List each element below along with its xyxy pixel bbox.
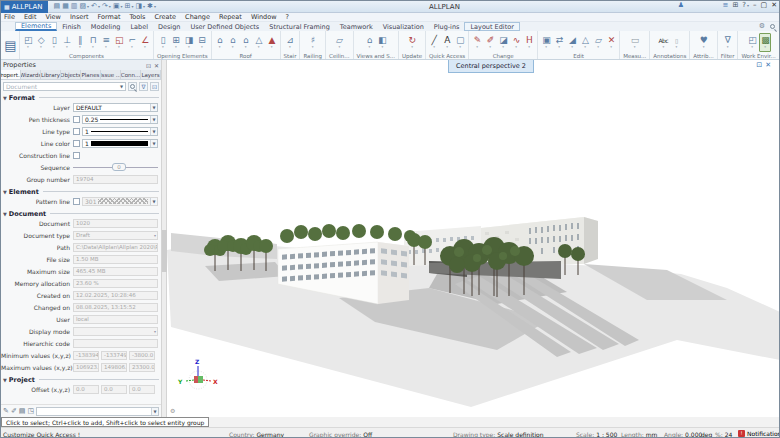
pen-thickness-checkbox[interactable] xyxy=(73,116,80,123)
undo-icon[interactable]: ↶ xyxy=(91,3,100,10)
line-type-checkbox[interactable] xyxy=(73,128,80,135)
edit-document-icon[interactable]: ◪ xyxy=(497,33,509,52)
menu-item[interactable]: View xyxy=(45,13,60,21)
plan-layout-icon[interactable]: ◰ xyxy=(746,33,758,52)
delete-icon[interactable]: ✕ xyxy=(605,33,617,52)
ribbon-tab[interactable]: Modeling xyxy=(86,22,126,31)
pin-icon[interactable]: ⊡ xyxy=(146,62,151,69)
label-icon[interactable]: ▯ xyxy=(670,33,682,52)
min-y-field[interactable]: -133749. xyxy=(101,351,127,360)
panel-tab[interactable]: Library xyxy=(41,70,61,79)
line-color-checkbox[interactable] xyxy=(73,140,80,147)
max-z-field[interactable]: 23300.0 xyxy=(129,363,155,372)
drawing-type-value[interactable]: Scale definition xyxy=(497,431,543,438)
viewport-pin-icon[interactable]: ⊡ xyxy=(756,61,762,69)
document-field[interactable]: 12.02.2025, 10:28:46 xyxy=(73,291,158,300)
text-icon[interactable]: A xyxy=(441,33,453,52)
ribbon-tab[interactable]: Design xyxy=(153,22,185,31)
ribbon-tab[interactable]: Visualization xyxy=(378,22,429,31)
collapse-icon[interactable]: ▼ xyxy=(3,377,7,383)
resize-icon[interactable]: ▱ xyxy=(592,33,604,52)
wall-icon[interactable]: ◰ xyxy=(22,33,34,52)
min-x-field[interactable]: -138394. xyxy=(73,351,99,360)
panel-tab[interactable]: Conn... xyxy=(121,70,141,79)
group-number-field[interactable]: 19704 xyxy=(73,175,158,184)
move-icon[interactable]: ⇄ xyxy=(553,33,565,52)
minimize-icon[interactable]: – xyxy=(753,2,757,9)
shop-icon[interactable]: ⊞ xyxy=(732,2,738,9)
skylight-icon[interactable]: ⊟ xyxy=(196,33,208,52)
match-color-icon[interactable]: ✐ xyxy=(11,407,17,415)
door-icon[interactable]: ▯ xyxy=(157,33,169,52)
roof-covering-icon[interactable]: ⌂ xyxy=(240,33,252,52)
niche-icon[interactable]: ⌐ xyxy=(126,33,138,52)
menu-item[interactable]: Change xyxy=(185,13,210,21)
country-value[interactable]: Germany xyxy=(256,431,284,438)
modify-line-icon[interactable]: ∿ xyxy=(510,33,522,52)
task-board-icon[interactable]: ▦ xyxy=(62,3,69,10)
percent-value[interactable]: 24 xyxy=(725,431,733,438)
close-icon[interactable]: ✕ xyxy=(771,2,777,9)
print-icon[interactable]: ▨ xyxy=(79,3,89,10)
wall-axis-icon[interactable]: H xyxy=(523,33,535,52)
document-field[interactable]: 23.60 % xyxy=(73,279,158,288)
max-x-field[interactable]: 106923.3 xyxy=(73,363,99,372)
panel-tab[interactable]: Layers xyxy=(141,70,161,79)
update-3d-icon[interactable]: ↻ xyxy=(406,33,418,52)
ribbon-tab[interactable]: Label xyxy=(125,22,153,31)
notifications-button[interactable]: ! Notifications xyxy=(738,430,780,437)
element-selector-combo[interactable]: Document▼ xyxy=(3,82,126,91)
clipboard-icon[interactable]: ◨ xyxy=(135,3,145,10)
line-icon[interactable]: ╱ xyxy=(428,33,440,52)
ribbon-tab[interactable]: Finish xyxy=(57,22,86,31)
foundation-icon[interactable]: ⊥ xyxy=(61,33,73,52)
redo-icon[interactable]: ↷ xyxy=(102,3,111,10)
document-field[interactable]: local xyxy=(73,315,158,324)
roof-frame-icon[interactable]: ⌂ xyxy=(227,33,239,52)
angle-unit[interactable]: deg xyxy=(701,431,712,438)
connect-list-icon[interactable]: ≡ xyxy=(723,2,729,9)
door-swing-icon[interactable]: ◱ xyxy=(113,33,125,52)
menu-item[interactable]: Repeat xyxy=(219,13,242,21)
document-field[interactable]: 08.08.2025, 13:15:52 xyxy=(73,303,158,312)
favorites-open-icon[interactable]: ▤ xyxy=(19,407,26,415)
settings-gear-icon[interactable]: ⚙ xyxy=(759,23,765,30)
panel-tab[interactable]: Issue ... xyxy=(101,70,121,79)
actionbar-configure-icon[interactable]: ▤ xyxy=(2,31,20,59)
menu-item[interactable]: Window xyxy=(251,13,277,21)
window-icon[interactable]: ⊞ xyxy=(170,33,182,52)
pen-thickness-select[interactable]: 0.25▼ xyxy=(82,115,158,124)
panel-tab[interactable]: Wizards xyxy=(21,70,41,79)
max-y-field[interactable]: 149806. xyxy=(101,363,127,372)
filter-icon[interactable]: ∇ xyxy=(139,82,148,91)
restore-icon[interactable]: ▢ xyxy=(761,2,768,9)
line-color-select[interactable]: 1▼ xyxy=(82,139,158,148)
viewport[interactable]: Central perspective 2 ⊡ ✕ xyxy=(167,60,779,417)
ribbon-tab[interactable]: Plug-ins xyxy=(429,22,465,31)
mirror-icon[interactable]: △ xyxy=(579,33,591,52)
view-icon[interactable]: ⌂ xyxy=(363,33,375,52)
allplan-app-button[interactable]: ▦ ALLPLAN xyxy=(1,1,48,13)
roof-update-icon[interactable]: ▲ xyxy=(266,33,278,52)
ceiling-icon[interactable]: ▱ xyxy=(333,33,345,52)
min-z-field[interactable]: -3800.0 xyxy=(129,351,155,360)
strip-foundation-icon[interactable]: ≡ xyxy=(100,33,112,52)
viewport-3d-scene[interactable]: Z Y X ⚙ xyxy=(167,60,779,417)
dormer-icon[interactable]: △ xyxy=(253,33,265,52)
scale-value[interactable]: 1 : 500 xyxy=(596,431,617,438)
offset-y-field[interactable]: 0.0 xyxy=(101,385,127,394)
collapse-icon[interactable]: ▼ xyxy=(3,95,7,101)
menu-item[interactable]: Format xyxy=(98,13,121,21)
length-unit-value[interactable]: mm xyxy=(646,431,658,438)
modify-point-icon[interactable]: ✐ xyxy=(484,33,496,52)
viewport-close-icon[interactable]: ✕ xyxy=(765,61,771,69)
collapse-icon[interactable]: ▼ xyxy=(3,189,7,195)
measure-icon[interactable]: ▭ xyxy=(629,33,641,52)
copy-elements-icon[interactable]: ▣ xyxy=(540,33,552,52)
document-field[interactable]: 1.50 MB xyxy=(73,255,158,264)
pattern-line-checkbox[interactable] xyxy=(73,198,80,205)
match-pen-icon[interactable]: ✎ xyxy=(3,407,9,415)
ribbon-tab[interactable]: User Defined Objects xyxy=(185,22,264,31)
search-icon[interactable] xyxy=(770,24,775,29)
tools-icon[interactable]: ✱ xyxy=(147,3,156,10)
